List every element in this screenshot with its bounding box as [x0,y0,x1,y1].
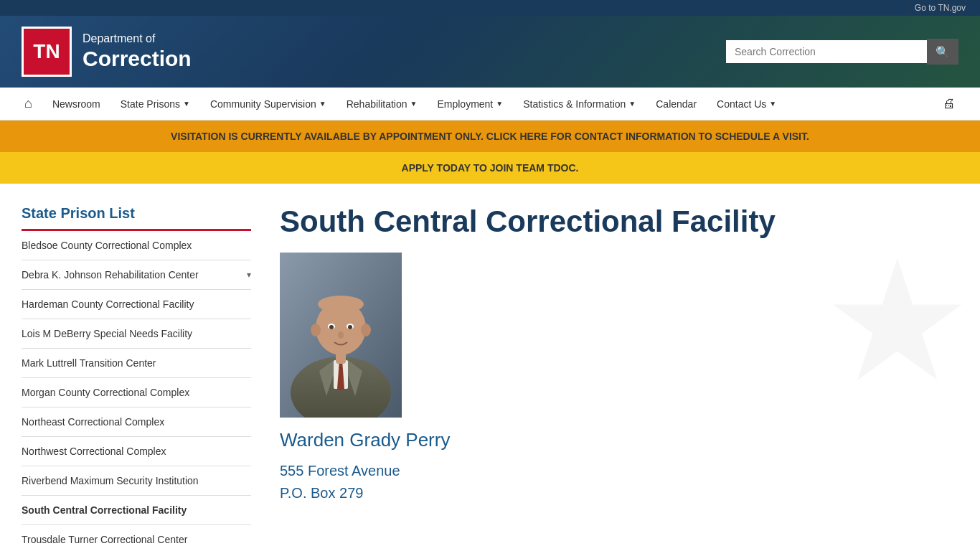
visitation-banner[interactable]: VISITATION IS CURRENTLY AVAILABLE BY APP… [0,121,980,152]
statistics-arrow: ▼ [628,100,636,108]
main-content: State Prison List Bledsoe County Correct… [0,184,980,551]
address-line1: 555 Forest Avenue [280,463,958,479]
warden-name: Warden Grady Perry [280,429,958,451]
logo-area: TN Department of Correction [22,27,192,77]
svg-point-8 [311,324,321,336]
sidebar-item-7[interactable]: Northwest Correctional Complex [22,437,251,466]
sidebar-item-4[interactable]: Mark Luttrell Transition Center [22,349,251,377]
search-input[interactable] [726,40,927,63]
nav-community-supervision[interactable]: Community Supervision ▼ [200,90,336,118]
nav-print[interactable]: 🖨 [933,88,966,120]
contact-us-arrow: ▼ [769,100,776,108]
nav-newsroom[interactable]: Newsroom [42,90,110,118]
svg-point-10 [318,296,364,313]
sidebar-item-6[interactable]: Northeast Correctional Complex [22,408,251,436]
community-supervision-arrow: ▼ [319,100,326,108]
sidebar-list: Bledsoe County Correctional ComplexDebra… [22,231,251,551]
svg-point-9 [361,324,371,336]
search-button[interactable]: 🔍 [927,39,958,65]
sidebar-item-5[interactable]: Morgan County Correctional Complex [22,378,251,407]
svg-point-13 [329,325,334,329]
employment-arrow: ▼ [496,100,503,108]
apply-banner[interactable]: APPLY TODAY TO JOIN TEAM TDOC. [0,152,980,184]
sidebar-title: State Prison List [22,205,251,222]
page-title: South Central Correctional Facility [280,205,958,238]
warden-portrait-svg [280,253,402,418]
expand-icon-1: ▾ [247,270,251,280]
svg-point-15 [338,331,344,339]
sidebar-item-1[interactable]: Debra K. Johnson Rehabilitation Center▾ [22,260,251,289]
top-bar: ⌂ Go to TN.gov [0,0,980,16]
sidebar-item-8[interactable]: Riverbend Maximum Security Institution [22,466,251,495]
nav-state-prisons[interactable]: State Prisons ▼ [110,90,200,118]
sidebar-item-10[interactable]: Trousdale Turner Correctional Center [22,525,251,551]
svg-point-14 [348,325,352,329]
tn-logo: TN [22,27,72,77]
home-icon: ⌂ [907,3,912,13]
nav-contact-us[interactable]: Contact Us ▼ [707,90,786,118]
nav-employment[interactable]: Employment ▼ [427,90,513,118]
sidebar-item-3[interactable]: Lois M DeBerry Special Needs Facility [22,319,251,348]
state-prisons-arrow: ▼ [183,100,190,108]
header: TN Department of Correction 🔍 [0,16,980,88]
sidebar-item-9[interactable]: South Central Correctional Facility [22,496,251,524]
nav-calendar[interactable]: Calendar [646,90,707,118]
content-area: ★ South Central Correctional Facility [280,205,958,551]
search-area: 🔍 [726,39,958,65]
sidebar-item-2[interactable]: Hardeman County Correctional Facility [22,290,251,319]
goto-tn-link[interactable]: Go to TN.gov [915,3,966,13]
sidebar: State Prison List Bledsoe County Correct… [22,205,251,551]
dept-name: Department of Correction [83,32,192,71]
dept-correction-label: Correction [83,46,192,72]
warden-photo [280,253,402,418]
warden-photo-bg [280,253,402,418]
nav-rehabilitation[interactable]: Rehabilitation ▼ [336,90,428,118]
dept-of-label: Department of [83,32,192,45]
address-line2: P.O. Box 279 [280,485,958,501]
sidebar-item-0[interactable]: Bledsoe County Correctional Complex [22,231,251,260]
rehabilitation-arrow: ▼ [410,100,418,108]
tn-watermark: ★ [830,241,958,408]
nav-statistics[interactable]: Statistics & Information ▼ [513,90,646,118]
nav-home[interactable]: ⌂ [14,88,42,120]
nav-bar: ⌂ Newsroom State Prisons ▼ Community Sup… [0,88,980,121]
